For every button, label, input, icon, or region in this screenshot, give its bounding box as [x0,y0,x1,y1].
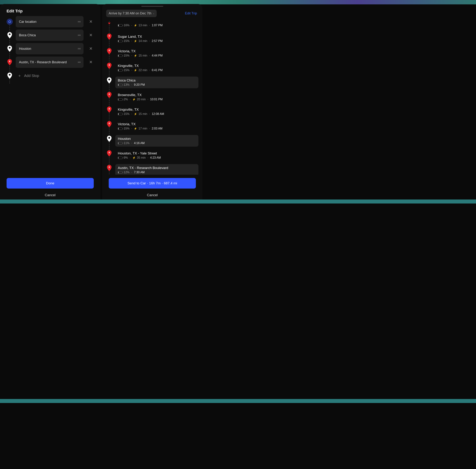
charger-pin-icon [107,63,112,69]
charger-pin-icon [107,121,112,127]
trip-step-meta: 15%⚡14 min2:57 PM [118,39,196,43]
destination-pin-icon [7,46,12,52]
trip-step[interactable]: Kingsville, TX15%⚡22 min6:41 PM [106,61,198,75]
stop-input[interactable]: Houston═ [16,43,84,54]
trip-step-meta: 15%⚡15 min4:44 PM [118,54,196,57]
trip-step-title: Houston, TX - Yale Street [118,151,196,155]
bolt-icon: ⚡ [134,69,137,72]
trip-step[interactable]: Sugar Land, TX15%⚡14 min2:57 PM [106,31,198,46]
battery-indicator: 16% [118,24,130,27]
trip-step[interactable]: Boca Chica13%9:20 PM [106,75,198,90]
bolt-icon: ⚡ [134,113,137,116]
drag-handle-icon[interactable]: ═ [77,33,81,37]
trip-step-meta: 15%⚡15 min12:08 AM [118,112,196,116]
battery-indicator: 11% [118,141,130,145]
trip-step-card: Austin, TX - Research Boulevard12%7:30 A… [115,164,198,175]
battery-icon [118,84,122,86]
trip-step[interactable]: Kingsville, TX15%⚡15 min12:08 AM [106,104,198,119]
trip-step-meta: 16%⚡13 min1:07 PM [118,24,196,27]
origin-marker-icon [7,19,13,25]
trip-step[interactable]: Brownsville, TX2%⚡20 min10:01 PM [106,90,198,104]
charger-pin-icon [107,106,112,113]
add-stop-label: Add Stop [24,74,39,78]
bolt-icon: ⚡ [134,127,137,130]
cancel-button[interactable]: Cancel [109,190,196,200]
drag-handle-icon[interactable]: ═ [77,19,81,24]
trip-step-meta: 15%⚡22 min6:41 PM [118,68,196,72]
battery-icon [118,69,122,71]
battery-indicator: 2% [118,98,128,101]
battery-indicator: 12% [118,171,130,174]
stop-label: Boca Chica [19,33,77,37]
stop-input[interactable]: Car location═ [16,16,84,27]
trip-step-card: Kingsville, TX15%⚡15 min12:08 AM [115,106,198,117]
trip-step-card: Boca Chica13%9:20 PM [115,77,198,88]
battery-indicator: 15% [118,68,130,72]
trip-step-card: Houston11%4:16 AM [115,135,198,147]
trip-step-card: Victoria, TX15%⚡15 min4:44 PM [115,47,198,59]
trip-step-meta: 13%9:20 PM [118,83,196,86]
bolt-icon: ⚡ [134,40,137,42]
trip-step[interactable]: Victoria, TX15%⚡17 min2:03 AM [106,119,198,134]
trip-step-title: Sugar Land, TX [118,35,196,39]
battery-indicator: 9% [118,156,128,159]
charger-pin-icon [107,34,112,40]
charger-pin-icon [107,150,112,156]
charger-pin-icon [7,59,12,65]
battery-indicator: 15% [118,112,130,116]
trip-step[interactable]: Austin, TX - Research Boulevard12%7:30 A… [106,163,198,175]
bolt-icon: ⚡ [132,156,136,159]
remove-stop-button[interactable]: ✕ [88,19,94,24]
trip-step[interactable]: Victoria, TX15%⚡15 min4:44 PM [106,46,198,61]
trip-step[interactable]: Houston11%4:16 AM [106,134,198,148]
charger-pin-icon [107,92,112,98]
cancel-button[interactable]: Cancel [7,190,94,200]
add-stop-button[interactable]: ＋ Add Stop [16,70,39,81]
chevron-right-icon: › [153,12,154,15]
trip-overview-screen: Arrive by 7:30 AM on Dec 7th › Edit Trip… [102,4,203,200]
charger-pin-icon [107,165,112,171]
stop-input[interactable]: Boca Chica═ [16,30,84,41]
battery-indicator: 15% [118,127,130,130]
remove-stop-button[interactable]: ✕ [88,60,94,65]
remove-stop-button[interactable]: ✕ [88,46,94,51]
trip-step-meta: 12%7:30 AM [118,171,196,174]
send-to-car-button[interactable]: Send to Car · 16h 7m · 687.4 mi [109,178,196,188]
destination-pin-icon [107,77,112,84]
battery-icon [118,40,122,42]
arrive-by-pill[interactable]: Arrive by 7:30 AM on Dec 7th › [106,10,157,17]
trip-step[interactable]: 16%⚡13 min1:07 PM [106,20,198,31]
battery-icon [118,157,122,159]
battery-indicator: 15% [118,39,130,43]
trip-step-card: Kingsville, TX15%⚡22 min6:41 PM [115,62,198,74]
trip-step-title: Kingsville, TX [118,64,196,68]
trip-step-card: Houston, TX - Yale Street9%⚡35 min4:23 A… [115,150,198,161]
battery-icon [118,171,122,174]
stop-input[interactable]: Austin, TX - Research Boulevard═ [16,56,84,68]
trip-step-card: 16%⚡13 min1:07 PM [115,22,198,29]
stop-row: Boca Chica═✕ [7,30,94,41]
drag-handle-icon[interactable]: ═ [77,60,81,65]
battery-icon [118,113,122,115]
battery-icon [118,24,122,27]
trip-step-card: Brownsville, TX2%⚡20 min10:01 PM [115,91,198,103]
stop-row: Car location═✕ [7,16,94,27]
stop-row: Austin, TX - Research Boulevard═✕ [7,56,94,68]
stop-label: Car location [19,20,77,24]
remove-stop-button[interactable]: ✕ [88,33,94,37]
trip-step[interactable]: Houston, TX - Yale Street9%⚡35 min4:23 A… [106,148,198,163]
trip-step-meta: 15%⚡17 min2:03 AM [118,127,196,130]
drag-handle-icon[interactable]: ═ [77,46,81,51]
battery-icon [118,142,122,144]
battery-icon [118,54,122,57]
battery-icon [118,98,122,101]
edit-trip-link[interactable]: Edit Trip [185,12,197,15]
stop-label: Houston [19,47,77,51]
done-button[interactable]: Done [7,178,94,188]
start-triangle-icon [108,23,111,24]
battery-icon [118,127,122,130]
bolt-icon: ⚡ [134,24,137,27]
edit-trip-screen: Edit Trip Car location═✕Boca Chica═✕Hous… [0,4,100,200]
trip-step-card: Sugar Land, TX15%⚡14 min2:57 PM [115,33,198,45]
battery-indicator: 15% [118,54,130,57]
